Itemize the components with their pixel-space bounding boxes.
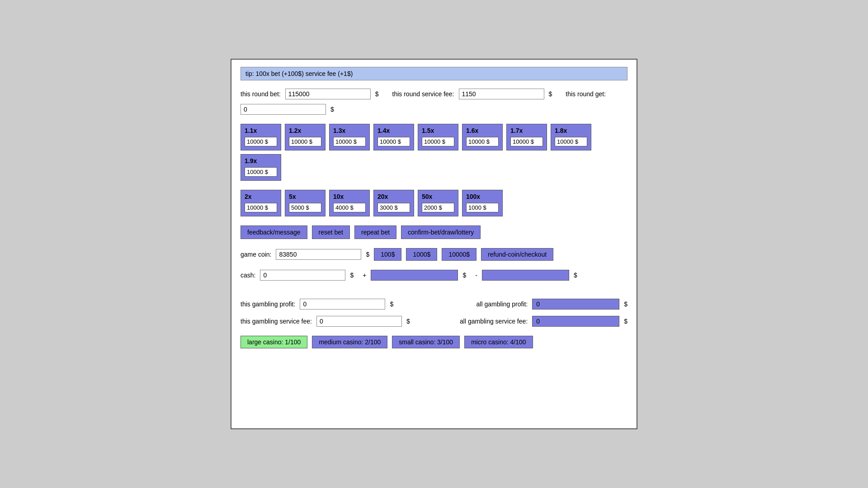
feedback-button[interactable]: feedback/message bbox=[241, 225, 307, 239]
repeat-bet-button[interactable]: repeat bet bbox=[354, 225, 396, 239]
cash-minus-input[interactable] bbox=[482, 270, 569, 281]
mult-label-r2-5: 100x bbox=[466, 193, 499, 200]
all-fee-currency: $ bbox=[624, 318, 627, 325]
cash-plus-input[interactable] bbox=[371, 270, 458, 281]
game-coin-row: game coin: $ 100$ 1000$ 10000$ refund-co… bbox=[241, 248, 627, 261]
round-fee-currency: $ bbox=[549, 90, 552, 98]
mult-label-r1-3: 1.4x bbox=[377, 127, 410, 134]
mult-input-r2-2[interactable] bbox=[333, 203, 366, 212]
mult-card-row1-8[interactable]: 1.9x bbox=[241, 154, 281, 181]
game-coin-currency: $ bbox=[366, 251, 369, 258]
coin-10000-button[interactable]: 10000$ bbox=[442, 248, 476, 261]
cash-minus-currency: $ bbox=[574, 272, 577, 279]
mult-input-r1-0[interactable] bbox=[245, 137, 277, 146]
small-casino-badge[interactable]: small casino: 3/100 bbox=[392, 336, 460, 348]
multiplier-row1: 1.1x 1.2x 1.3x 1.4x 1.5x 1.6x 1.7x 1.8x … bbox=[241, 124, 627, 181]
mult-label-r1-2: 1.3x bbox=[333, 127, 366, 134]
coin-100-button[interactable]: 100$ bbox=[374, 248, 401, 261]
this-profit-label: this gambling profit: bbox=[241, 300, 295, 308]
mult-input-r1-1[interactable] bbox=[289, 137, 321, 146]
round-get-label: this round get: bbox=[566, 90, 606, 98]
this-fee-currency: $ bbox=[406, 318, 410, 325]
multiplier-row2: 2x 5x 10x 20x 50x 100x bbox=[241, 190, 627, 216]
mult-input-r1-3[interactable] bbox=[377, 137, 410, 146]
mult-input-r2-0[interactable] bbox=[245, 203, 277, 212]
mult-label-r1-0: 1.1x bbox=[245, 127, 277, 134]
cash-row: cash: $ + $ - $ bbox=[241, 270, 627, 281]
mult-input-r2-5[interactable] bbox=[466, 203, 499, 212]
action-buttons-row: feedback/message reset bet repeat bet co… bbox=[241, 225, 627, 239]
mult-label-r2-1: 5x bbox=[289, 193, 321, 200]
mult-input-r1-7[interactable] bbox=[555, 137, 587, 146]
mult-input-r1-2[interactable] bbox=[333, 137, 366, 146]
mult-input-r2-4[interactable] bbox=[422, 203, 454, 212]
refund-button[interactable]: refund-coin/checkout bbox=[481, 248, 553, 261]
mult-label-r2-0: 2x bbox=[245, 193, 277, 200]
mult-input-r1-8[interactable] bbox=[245, 167, 277, 177]
casino-row: large casino: 1/100 medium casino: 2/100… bbox=[241, 336, 627, 348]
round-bet-input[interactable] bbox=[285, 89, 371, 99]
this-fee-input[interactable] bbox=[316, 316, 402, 327]
profit-row: this gambling profit: $ all gambling pro… bbox=[241, 299, 627, 310]
mult-label-r1-6: 1.7x bbox=[510, 127, 543, 134]
all-fee-label: all gambling service fee: bbox=[460, 318, 528, 325]
this-profit-currency: $ bbox=[390, 300, 393, 308]
round-bet-currency: $ bbox=[375, 90, 379, 98]
mult-label-r2-4: 50x bbox=[422, 193, 454, 200]
round-fee-label: this round service fee: bbox=[392, 90, 454, 98]
round-get-input[interactable] bbox=[241, 104, 326, 115]
mult-card-row1-3[interactable]: 1.4x bbox=[373, 124, 414, 150]
mult-card-row2-1[interactable]: 5x bbox=[285, 190, 326, 216]
large-casino-badge[interactable]: large casino: 1/100 bbox=[241, 336, 307, 348]
mult-label-r1-4: 1.5x bbox=[422, 127, 454, 134]
all-profit-label: all gambling profit: bbox=[476, 300, 528, 308]
medium-casino-badge[interactable]: medium casino: 2/100 bbox=[312, 336, 387, 348]
cash-currency: $ bbox=[350, 272, 354, 279]
mult-label-r1-1: 1.2x bbox=[289, 127, 321, 134]
mult-card-row1-6[interactable]: 1.7x bbox=[506, 124, 547, 150]
this-fee-label: this gambling service fee: bbox=[241, 318, 312, 325]
mult-input-r2-1[interactable] bbox=[289, 203, 321, 212]
mult-label-r1-5: 1.6x bbox=[466, 127, 499, 134]
cash-label: cash: bbox=[241, 272, 255, 279]
round-bet-label: this round bet: bbox=[241, 90, 281, 98]
mult-card-row1-0[interactable]: 1.1x bbox=[241, 124, 281, 150]
coin-1000-button[interactable]: 1000$ bbox=[406, 248, 437, 261]
mult-card-row2-2[interactable]: 10x bbox=[329, 190, 370, 216]
mult-card-row2-3[interactable]: 20x bbox=[373, 190, 414, 216]
main-container: tip: 100x bet (+100$) service fee (+1$) … bbox=[231, 59, 637, 429]
mult-input-r2-3[interactable] bbox=[377, 203, 410, 212]
mult-card-row2-0[interactable]: 2x bbox=[241, 190, 281, 216]
game-coin-input[interactable] bbox=[276, 249, 361, 260]
mult-label-r1-7: 1.8x bbox=[555, 127, 587, 134]
mult-card-row2-4[interactable]: 50x bbox=[418, 190, 458, 216]
mult-input-r1-5[interactable] bbox=[466, 137, 499, 146]
game-coin-label: game coin: bbox=[241, 251, 271, 258]
tip-text: tip: 100x bet (+100$) service fee (+1$) bbox=[245, 70, 353, 77]
service-fee-row: this gambling service fee: $ all gamblin… bbox=[241, 316, 627, 327]
tip-bar: tip: 100x bet (+100$) service fee (+1$) bbox=[241, 67, 627, 80]
mult-card-row1-5[interactable]: 1.6x bbox=[462, 124, 503, 150]
all-fee-input[interactable] bbox=[532, 316, 619, 327]
mult-card-row1-4[interactable]: 1.5x bbox=[418, 124, 458, 150]
round-info-row: this round bet: $ this round service fee… bbox=[241, 89, 627, 115]
cash-plus-currency: $ bbox=[462, 272, 466, 279]
mult-label-r2-2: 10x bbox=[333, 193, 366, 200]
micro-casino-badge[interactable]: micro casino: 4/100 bbox=[464, 336, 533, 348]
mult-card-row2-5[interactable]: 100x bbox=[462, 190, 503, 216]
confirm-bet-button[interactable]: confirm-bet/draw/lottery bbox=[401, 225, 481, 239]
this-profit-input[interactable] bbox=[300, 299, 385, 310]
mult-card-row1-2[interactable]: 1.3x bbox=[329, 124, 370, 150]
mult-card-row1-7[interactable]: 1.8x bbox=[551, 124, 591, 150]
all-profit-input[interactable] bbox=[532, 299, 619, 310]
mult-card-row1-1[interactable]: 1.2x bbox=[285, 124, 326, 150]
mult-input-r1-6[interactable] bbox=[510, 137, 543, 146]
mult-input-r1-4[interactable] bbox=[422, 137, 454, 146]
cash-minus: - bbox=[475, 272, 477, 279]
mult-label-r1-8: 1.9x bbox=[245, 157, 277, 164]
cash-value-input[interactable] bbox=[260, 270, 345, 281]
all-profit-currency: $ bbox=[624, 300, 627, 308]
round-fee-input[interactable] bbox=[459, 89, 544, 99]
round-get-currency: $ bbox=[330, 106, 334, 113]
reset-bet-button[interactable]: reset bet bbox=[312, 225, 350, 239]
